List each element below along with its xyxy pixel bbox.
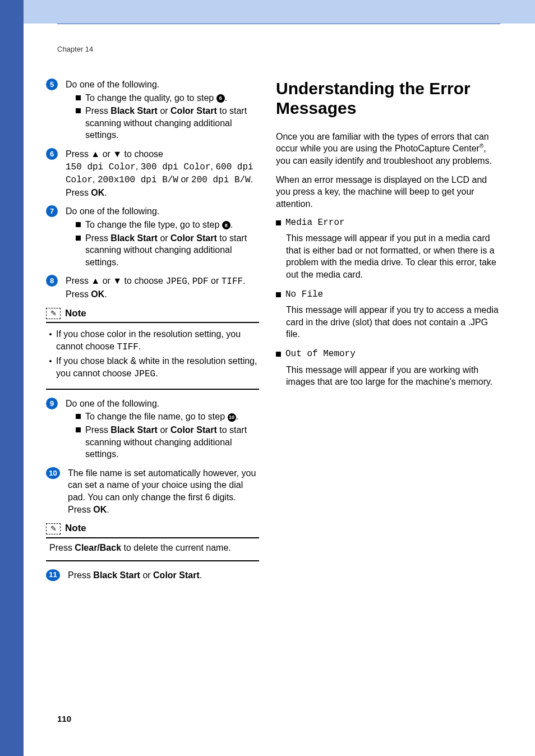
black-start-label: Black Start — [110, 233, 158, 243]
step-9-intro: Do one of the following. — [66, 398, 259, 410]
color-start-label: Color Start — [153, 570, 200, 580]
color-start-label: Color Start — [170, 233, 217, 243]
option-tiff: TIFF — [222, 276, 243, 287]
header-rule — [57, 24, 500, 24]
step-8: 8 Press ▲ or ▼ to choose JPEG, PDF or TI… — [46, 275, 259, 300]
step-7-opt-a: To change the file type, go to step 8. — [76, 219, 259, 231]
step-badge-11: 11 — [46, 569, 60, 581]
up-arrow-icon: ▲ — [91, 149, 100, 159]
right-column: Understanding the Error Messages Once yo… — [276, 79, 500, 394]
bullet-square-icon — [76, 222, 81, 227]
text: Press — [66, 289, 91, 299]
text: Press — [49, 543, 75, 552]
bullet-square-icon — [276, 352, 281, 357]
intro-paragraph-2: When an error message is displayed on th… — [276, 174, 500, 210]
option-jpeg: JPEG — [165, 276, 187, 287]
error-list: Media Error This message will appear if … — [276, 217, 500, 394]
bullet-square-icon — [276, 292, 281, 297]
text: . — [251, 174, 253, 184]
error-name: Media Error — [285, 217, 345, 229]
black-start-label: Black Start — [110, 106, 158, 116]
text: to choose — [122, 276, 165, 285]
bullet-dot-icon — [49, 333, 52, 335]
step-5-opt-a: To change the quality, go to step 6. — [76, 92, 259, 104]
ok-label: OK — [91, 289, 104, 299]
step-5-opt-b: Press Black Start or Color Start to star… — [76, 105, 259, 141]
step-badge-5: 5 — [46, 79, 58, 90]
step-9-body: Do one of the following. To change the f… — [66, 398, 259, 460]
step-badge-8: 8 — [46, 275, 58, 287]
text: Press — [68, 570, 93, 580]
bullet-square-icon — [76, 236, 81, 241]
text: to choose — [122, 149, 163, 159]
text: or — [158, 106, 170, 116]
text: or — [100, 149, 113, 159]
text: , — [93, 174, 98, 184]
step-5-intro: Do one of the following. — [66, 79, 259, 91]
option-200-bw: 200 dpi B/W — [191, 175, 251, 185]
note-2: ✎ Note Press Clear/Back to delete the cu… — [46, 522, 259, 561]
step-7: 7 Do one of the following. To change the… — [46, 205, 259, 268]
error-name: No File — [285, 289, 323, 301]
step-badge-10: 10 — [46, 467, 60, 479]
note-1-item-1: If you chose color in the resolution set… — [49, 328, 259, 353]
step-6-body: Press ▲ or ▼ to choose 150 dpi Color, 30… — [66, 148, 259, 199]
step-badge-6: 6 — [46, 148, 58, 160]
note-rule — [46, 560, 259, 561]
side-band — [0, 0, 24, 756]
text: . — [155, 368, 158, 378]
option-pdf: PDF — [192, 276, 209, 287]
text: . — [236, 412, 238, 421]
text: Press — [66, 276, 91, 285]
black-start-label: Black Start — [110, 425, 158, 435]
bullet-square-icon — [76, 95, 81, 100]
text: to delete the current name. — [121, 543, 231, 552]
down-arrow-icon: ▼ — [113, 149, 122, 159]
color-start-label: Color Start — [170, 106, 217, 116]
left-column: 5 Do one of the following. To change the… — [46, 79, 259, 588]
text: Once you are familiar with the types of … — [276, 132, 489, 154]
note-icon: ✎ — [46, 523, 61, 534]
option-150-color: 150 dpi Color — [66, 162, 136, 172]
note-1-item-2: If you chose black & white in the resolu… — [49, 355, 259, 380]
note-1: ✎ Note If you chose color in the resolut… — [46, 307, 259, 390]
bullet-square-icon — [76, 427, 81, 432]
error-name: Out of Memory — [285, 348, 356, 361]
tiff-label: TIFF — [117, 342, 139, 352]
text: Press — [85, 425, 110, 435]
note-2-body: Press Clear/Back to delete the current n… — [46, 538, 259, 559]
note-title: Note — [65, 307, 86, 320]
text: Press — [68, 505, 93, 514]
text: . — [104, 188, 107, 197]
section-heading: Understanding the Error Messages — [276, 79, 500, 118]
bullet-dot-icon — [49, 360, 52, 362]
error-oom: Out of Memory — [276, 348, 500, 361]
step-10: 10 The file name is set automatically ho… — [46, 467, 259, 515]
text: Press — [85, 233, 110, 243]
step-5-body: Do one of the following. To change the q… — [66, 79, 259, 141]
color-start-label: Color Start — [170, 425, 217, 435]
text: . — [200, 570, 202, 580]
intro-paragraph-1: Once you are familiar with the types of … — [276, 131, 500, 167]
jpeg-label: JPEG — [134, 369, 155, 379]
note-rule — [46, 389, 259, 390]
step-7-intro: Do one of the following. — [66, 205, 259, 218]
text: . — [139, 342, 141, 351]
step-5: 5 Do one of the following. To change the… — [46, 79, 259, 141]
text: or — [158, 425, 170, 435]
clear-back-label: Clear/Back — [75, 543, 121, 552]
ok-label: OK — [91, 188, 104, 197]
bullet-square-icon — [276, 220, 281, 225]
option-300-color: 300 dpi Color — [141, 162, 211, 172]
step-11: 11 Press Black Start or Color Start. — [46, 569, 259, 582]
text: or — [100, 276, 113, 285]
text: To change the quality, go to step — [85, 93, 216, 103]
bullet-square-icon — [76, 108, 81, 113]
text: . — [230, 220, 233, 229]
step-9: 9 Do one of the following. To change the… — [46, 398, 259, 460]
text: or — [158, 233, 170, 243]
chapter-label: Chapter 14 — [57, 45, 93, 53]
error-body: This message will appear if you put in a… — [276, 229, 500, 286]
step-ref-10-icon: 10 — [228, 413, 236, 422]
error-body: This message will appear if you are work… — [276, 361, 500, 394]
